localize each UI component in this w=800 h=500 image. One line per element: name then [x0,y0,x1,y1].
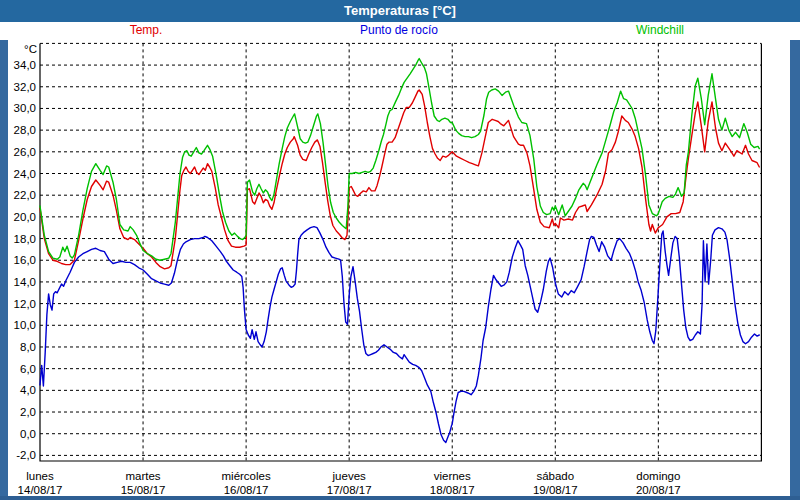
day-name-label: sábado [536,470,574,482]
day-date-label: 20/08/17 [636,484,681,496]
y-tick-label: 0,0 [20,428,36,440]
day-name-label: miércoles [222,470,271,482]
y-tick-label: 12,0 [14,298,36,310]
y-tick-label: 28,0 [14,124,36,136]
dew-point-line [40,227,759,443]
y-tick-label: 26,0 [14,146,36,158]
window-title: Temperaturas [°C] [344,3,456,18]
y-tick-label: 34,0 [14,59,36,71]
window-border-bottom [0,496,800,500]
day-name-label: domingo [636,470,680,482]
legend-dew-point-label: Punto de rocío [360,23,438,37]
temp-line [40,90,759,269]
day-date-label: 19/08/17 [533,484,578,496]
plot-frame [40,43,761,461]
window-border-right [790,40,800,500]
chart-legend: Temp. Punto de rocío Windchill [0,22,800,40]
title-bar: Temperaturas [°C] [0,0,800,22]
temperature-chart: °C34,032,030,028,026,024,022,020,018,016… [0,40,800,496]
day-name-label: lunes [26,470,54,482]
day-date-label: 15/08/17 [121,484,166,496]
y-tick-label: 24,0 [14,168,36,180]
y-tick-label: -2,0 [16,449,36,461]
day-date-label: 16/08/17 [224,484,269,496]
y-tick-label: 6,0 [20,363,36,375]
y-tick-label: 30,0 [14,102,36,114]
day-name-label: viernes [434,470,471,482]
day-date-label: 18/08/17 [430,484,475,496]
day-name-label: jueves [332,470,366,482]
y-tick-label: 8,0 [20,341,36,353]
day-date-label: 17/08/17 [327,484,372,496]
y-tick-label: 4,0 [20,384,36,396]
y-tick-label: 16,0 [14,254,36,266]
y-tick-label: 14,0 [14,276,36,288]
y-tick-label: 32,0 [14,81,36,93]
y-tick-label: 2,0 [20,406,36,418]
y-axis-unit: °C [24,43,37,55]
y-tick-label: 10,0 [14,319,36,331]
day-name-label: martes [125,470,160,482]
window-border-left [0,40,8,500]
day-date-label: 14/08/17 [18,484,63,496]
app-window: Temperaturas [°C] Temp. Punto de rocío W… [0,0,800,500]
y-tick-label: 20,0 [14,211,36,223]
legend-temp-label: Temp. [130,23,163,37]
y-tick-label: 22,0 [14,189,36,201]
legend-windchill-label: Windchill [636,23,684,37]
y-tick-label: 18,0 [14,233,36,245]
